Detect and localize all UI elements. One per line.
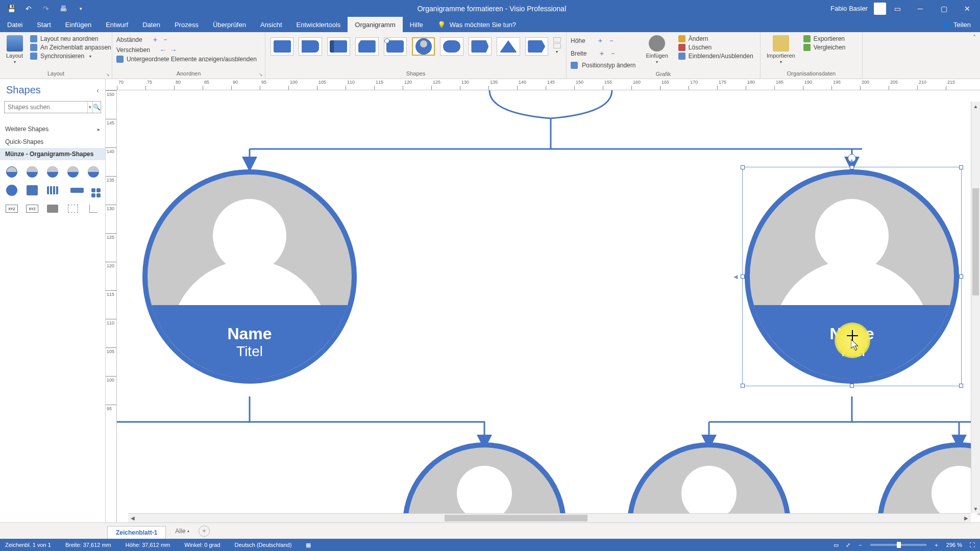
palette-shape[interactable]	[46, 202, 59, 215]
spacing-minus[interactable]: －	[162, 35, 169, 44]
import-button[interactable]: Importieren ▾	[765, 34, 797, 65]
ribbon-options-icon[interactable]: ▭	[890, 2, 904, 15]
more-shapes-link[interactable]: Weitere Shapes▸	[0, 122, 105, 136]
collapse-ribbon-icon[interactable]: ˄	[973, 34, 976, 41]
palette-shape[interactable]	[87, 202, 100, 215]
palette-shape[interactable]	[26, 184, 39, 197]
spacing-plus[interactable]: ＋	[152, 35, 159, 44]
fit-page-icon[interactable]: ⛶	[969, 542, 975, 548]
scroll-left-icon[interactable]: ◀	[128, 514, 137, 522]
qat-dropdown-icon[interactable]: ▾	[74, 2, 88, 15]
resize-handle-s[interactable]	[850, 384, 854, 388]
palette-shape[interactable]	[46, 165, 59, 179]
palette-shape[interactable]	[5, 165, 18, 179]
dialog-launcher-icon[interactable]: ↘	[106, 70, 110, 79]
width-minus[interactable]: －	[609, 49, 617, 58]
relayout-button[interactable]: Layout neu anordnen	[30, 35, 111, 42]
add-sheet-button[interactable]: ＋	[199, 525, 210, 537]
resize-handle-nw[interactable]	[741, 165, 745, 169]
macro-icon[interactable]: ▦	[306, 542, 311, 548]
save-icon[interactable]: 💾	[4, 2, 18, 15]
tab-einfügen[interactable]: Einfügen	[58, 17, 99, 32]
palette-shape[interactable]	[87, 165, 100, 179]
tab-start[interactable]: Start	[30, 17, 58, 32]
palette-shape[interactable]	[66, 202, 80, 215]
palette-shape[interactable]: XYZ	[5, 202, 18, 215]
scroll-up-icon[interactable]: ▲	[971, 102, 980, 111]
tab-daten[interactable]: Daten	[135, 17, 167, 32]
resize-handle-e[interactable]	[959, 274, 963, 279]
palette-shape[interactable]	[5, 184, 18, 197]
sheet-tab-all[interactable]: Alle▴	[169, 525, 195, 537]
tab-datei[interactable]: Datei	[0, 17, 30, 32]
shape-style-10[interactable]	[525, 37, 548, 56]
height-minus[interactable]: －	[608, 36, 615, 45]
palette-shape[interactable]	[46, 184, 59, 197]
zoom-slider[interactable]	[870, 544, 926, 546]
undo-icon[interactable]: ↶	[21, 2, 36, 15]
close-button[interactable]: ✕	[955, 0, 979, 17]
shape-style-4[interactable]	[355, 37, 378, 56]
scroll-thumb[interactable]	[445, 515, 587, 521]
autoconnect-up-icon[interactable]: ▲	[849, 157, 854, 163]
palette-shape[interactable]	[26, 165, 39, 179]
shape-style-8[interactable]	[469, 37, 492, 56]
shape-style-7[interactable]	[440, 37, 463, 56]
user-name[interactable]: Fabio Basler	[830, 5, 868, 12]
tab-entwurf[interactable]: Entwurf	[99, 17, 135, 32]
shape-style-9[interactable]	[497, 37, 520, 56]
search-dropdown-icon[interactable]: ▾	[87, 102, 92, 113]
share-button[interactable]: 👤 Teilen	[933, 21, 980, 29]
avatar[interactable]	[874, 3, 886, 15]
resize-handle-sw[interactable]	[741, 384, 745, 388]
tab-organigramm[interactable]: Organigramm	[348, 17, 402, 32]
shapes-search-input[interactable]	[5, 102, 87, 113]
compare-button[interactable]: Vergleichen	[803, 44, 846, 51]
export-button[interactable]: Exportieren	[803, 35, 846, 42]
tab-überprüfen[interactable]: Überprüfen	[206, 17, 253, 32]
resize-handle-ne[interactable]	[959, 165, 963, 169]
tell-me-search[interactable]: 💡 Was möchten Sie tun?	[437, 21, 516, 29]
scroll-thumb[interactable]	[972, 188, 979, 295]
layout-button[interactable]: Layout ▾	[4, 34, 25, 65]
tab-entwicklertools[interactable]: Entwicklertools	[289, 17, 348, 32]
scroll-right-icon[interactable]: ▶	[962, 514, 971, 522]
fit-page-button[interactable]: An Zeichenblatt anpassen	[30, 44, 111, 51]
org-node-left[interactable]: Name Titel	[142, 169, 357, 384]
print-icon[interactable]: 🖶	[56, 2, 70, 15]
move-right[interactable]: →	[170, 46, 177, 54]
width-plus[interactable]: ＋	[598, 49, 605, 58]
autoconnect-left-icon[interactable]: ◀	[733, 273, 738, 280]
toggle-subs-button[interactable]: Untergeordnete Elemente anzeigen/ausblen…	[116, 56, 261, 63]
vertical-scrollbar[interactable]: ▲ ▼	[971, 102, 980, 513]
shape-style-3[interactable]	[327, 37, 350, 56]
shape-style-coin[interactable]	[412, 37, 435, 56]
tab-ansicht[interactable]: Ansicht	[253, 17, 289, 32]
toggle-graphic-button[interactable]: Einblenden/Ausblenden	[678, 53, 753, 60]
resize-handle-n[interactable]	[850, 165, 854, 169]
drawing-canvas[interactable]: Name Titel Name Titel	[117, 90, 980, 522]
zoom-level[interactable]: 296 %	[946, 542, 962, 548]
horizontal-scrollbar[interactable]: ◀ ▶	[128, 513, 971, 522]
change-button[interactable]: Ändern	[678, 35, 753, 42]
resize-handle-se[interactable]	[959, 384, 963, 388]
tab-hilfe[interactable]: Hilfe	[403, 17, 430, 32]
zoom-in-button[interactable]: ＋	[934, 541, 939, 549]
shapes-search[interactable]: ▾ 🔍	[4, 101, 101, 113]
presentation-icon[interactable]: ▭	[834, 542, 839, 548]
palette-shape[interactable]	[66, 184, 80, 197]
move-left[interactable]: ←	[160, 46, 167, 54]
delete-button[interactable]: Löschen	[678, 44, 753, 51]
shape-style-gallery[interactable]: ▾	[270, 34, 562, 69]
fit-width-icon[interactable]: ⤢	[846, 542, 850, 548]
dialog-launcher-icon[interactable]: ↘	[259, 70, 263, 79]
palette-shape[interactable]: XYZ	[26, 202, 39, 215]
insert-button[interactable]: Einfügen ▾	[644, 34, 670, 65]
palette-shape[interactable]	[87, 184, 100, 197]
palette-shape[interactable]	[66, 165, 80, 179]
resize-handle-w[interactable]	[741, 274, 745, 279]
tab-prozess[interactable]: Prozess	[167, 17, 206, 32]
shape-style-2[interactable]	[299, 37, 322, 56]
height-plus[interactable]: ＋	[597, 36, 604, 45]
scroll-down-icon[interactable]: ▼	[971, 504, 980, 513]
